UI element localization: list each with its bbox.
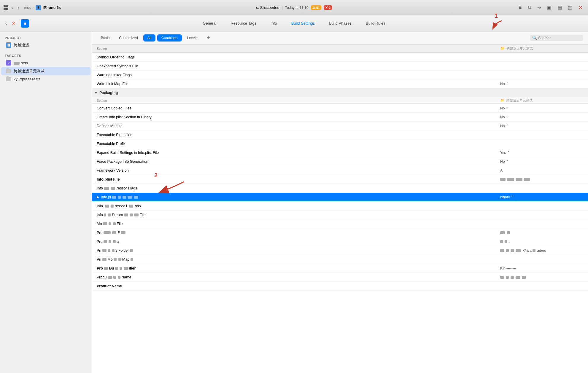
target-ress-label: ress: [21, 61, 28, 65]
table-row[interactable]: Executable Prefix: [92, 139, 588, 148]
row-name: Mo File: [97, 222, 500, 226]
close-panel-button[interactable]: ✕: [576, 4, 584, 12]
row-value: ↕: [500, 240, 583, 244]
row-name: Info Prepro File: [97, 213, 500, 217]
tabbar-forward[interactable]: ✕: [10, 20, 17, 27]
sidebar-project[interactable]: 📄 跨越速运: [1, 41, 90, 49]
selected-info-plist-row[interactable]: ▶ Info.pl binary ⌃: [92, 193, 588, 202]
target-label-small: 📁 跨越速运单元测试: [500, 98, 583, 103]
subtab-levels[interactable]: Levels: [183, 34, 202, 42]
table-row[interactable]: Info Prepro File: [92, 211, 588, 219]
section-toggle-icon[interactable]: ▼: [94, 91, 98, 95]
main-layout: PROJECT 📄 跨越速运 TARGETS ⚙ ress 跨越速运: [0, 31, 588, 373]
row-value: Yes ⌃: [500, 151, 583, 155]
table-row[interactable]: Executable Extension: [92, 130, 588, 139]
arrow-right-icon[interactable]: ⇥: [535, 4, 543, 11]
packaging-section-header[interactable]: ▼ Packaging: [92, 88, 588, 97]
error-badge[interactable]: ✕ 2: [324, 5, 332, 10]
tabs-container: General Resource Tags Info Build Setting…: [196, 19, 392, 28]
tab-build-phases[interactable]: Build Phases: [322, 19, 359, 28]
device-name: iPhone 6s: [43, 5, 61, 10]
col-target-label: 📁 跨越速运单元测试: [500, 46, 583, 51]
nav-buttons[interactable]: ‹ ›: [4, 4, 21, 11]
row-value: No ⌃: [500, 115, 583, 119]
settings-table: Symbol Ordering Flags Unexported Symbols…: [92, 53, 588, 373]
forward-button[interactable]: ›: [16, 4, 21, 11]
product-bundle-id-value: KY.---------: [500, 266, 583, 270]
menu-icon[interactable]: ≡: [517, 4, 523, 11]
selected-row-value: binary ⌃: [500, 195, 583, 199]
tabbar-back[interactable]: ‹: [4, 20, 9, 27]
row-value-redacted: [500, 177, 583, 181]
subtab-customized[interactable]: Customized: [115, 34, 142, 42]
subtab-basic[interactable]: Basic: [97, 34, 114, 42]
content-area: Basic Customized All Combined Levels + 🔍…: [92, 31, 588, 373]
sidebar-target-express[interactable]: kyExpressTests: [1, 75, 90, 83]
tab-build-settings[interactable]: Build Settings: [284, 19, 322, 28]
table-row[interactable]: Expand Build Settings in Info.plist File…: [92, 148, 588, 157]
row-name: Pri s Folder: [97, 248, 500, 253]
table-row[interactable]: Pri Mo Map: [92, 255, 588, 264]
tab-general[interactable]: General: [196, 19, 223, 28]
column-headers: Setting 📁 跨越速运单元测试: [92, 44, 588, 53]
search-box[interactable]: 🔍: [530, 35, 583, 41]
layout-icon-1[interactable]: ▣: [545, 4, 553, 11]
grid-icon[interactable]: [4, 5, 8, 10]
row-name: Unexported Symbols File: [97, 64, 500, 68]
row-value: •?riva aders: [500, 248, 583, 253]
table-row[interactable]: Pre F: [92, 228, 588, 237]
info-plist-file-row[interactable]: Info.plist File: [92, 175, 588, 184]
table-row[interactable]: Pri s Folder •?riva aders: [92, 246, 588, 255]
row-name: Expand Build Settings in Info.plist File: [97, 151, 500, 155]
tabbar-left-nav[interactable]: ‹ ✕: [4, 20, 17, 27]
layout-icon-2[interactable]: ▤: [556, 4, 564, 11]
layout-icon-3[interactable]: ▧: [566, 4, 574, 11]
table-row[interactable]: Framework Version A: [92, 166, 588, 175]
breadcrumb-text: ress: [24, 6, 31, 10]
col-setting-label: Setting: [97, 47, 500, 50]
back-button[interactable]: ‹: [9, 4, 15, 11]
tab-bar: ‹ ✕ ■ General Resource Tags Info Build S…: [0, 15, 588, 31]
tab-build-rules[interactable]: Build Rules: [359, 19, 392, 28]
info-preprocessor-row[interactable]: Info ressor Flags: [92, 184, 588, 193]
table-row[interactable]: Force Package Info Generation No ⌃: [92, 157, 588, 166]
table-row[interactable]: Symbol Ordering Flags: [92, 53, 588, 62]
tab-resource-tags[interactable]: Resource Tags: [223, 19, 263, 28]
add-setting-button[interactable]: +: [204, 34, 212, 42]
search-input[interactable]: [538, 36, 580, 40]
row-value: A: [500, 168, 583, 173]
product-bundle-id-row[interactable]: Pro Bu ifier KY.---------: [92, 264, 588, 273]
titlebar: ‹ › ress › 📱 iPhone 6s s: Succeeded | To…: [0, 0, 588, 15]
table-row[interactable]: Info. ressor L ons: [92, 202, 588, 211]
row-name-partial: Info ressor Flags: [97, 186, 500, 190]
folder-icon-express: [6, 77, 11, 81]
project-file-icon: 📄: [6, 42, 11, 48]
xcode-icon: ■: [21, 19, 29, 28]
warning-badge[interactable]: ⚠ 61: [311, 5, 321, 10]
tab-info[interactable]: Info: [263, 19, 284, 28]
sidebar-target-unit-test[interactable]: 跨越速运单元测试: [1, 67, 90, 75]
row-value: No ⌃: [500, 160, 583, 164]
table-row[interactable]: Warning Linker Flags: [92, 71, 588, 79]
subtab-all[interactable]: All: [143, 34, 155, 42]
row-name: Executable Extension: [97, 133, 500, 137]
row-value: No ⌃: [500, 106, 583, 110]
setting-label-small: Setting: [97, 99, 500, 102]
subtab-combined[interactable]: Combined: [157, 34, 182, 42]
table-row[interactable]: Unexported Symbols File: [92, 62, 588, 71]
refresh-icon[interactable]: ↻: [526, 4, 533, 11]
target-express-label: kyExpressTests: [14, 77, 40, 81]
table-row[interactable]: Pre a ↕: [92, 237, 588, 246]
product-name-row[interactable]: Product Name: [92, 282, 588, 291]
row-value-redacted2: [500, 275, 583, 279]
row-name: Create Info.plist Section in Binary: [97, 115, 500, 119]
row-name-bold: Info.plist File: [97, 177, 500, 181]
titlebar-right-buttons[interactable]: ≡ ↻ ⇥ ▣ ▤ ▧ ✕: [517, 4, 584, 12]
table-row[interactable]: Mo File: [92, 219, 588, 228]
sidebar-target-ress[interactable]: ⚙ ress: [1, 59, 90, 67]
table-row[interactable]: Write Link Map File No ⌃: [92, 79, 588, 88]
table-row[interactable]: Convert Copied Files No ⌃: [92, 104, 588, 113]
table-row[interactable]: Create Info.plist Section in Binary No ⌃: [92, 113, 588, 122]
table-row[interactable]: Defines Module No ⌃: [92, 122, 588, 130]
table-row[interactable]: Produ Name: [92, 273, 588, 282]
